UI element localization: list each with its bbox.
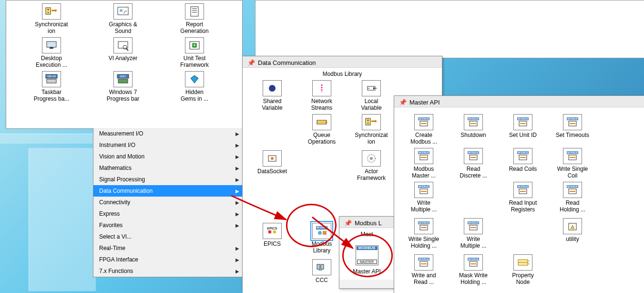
svg-rect-0: [46, 8, 51, 14]
palette-item[interactable]: MODBUSWrite Single Holding ...: [399, 218, 449, 251]
menu-item-vision-and-motion[interactable]: Vision and Motion▶: [93, 151, 243, 162]
palette-item[interactable]: Graphics & Sound: [87, 3, 159, 34]
palette-item[interactable]: Synchronizat ion: [347, 114, 396, 147]
palette-item[interactable]: +Unit Test Framework: [159, 37, 230, 68]
palette-item[interactable]: MODBUSRead Coils: [498, 148, 548, 179]
modbus-icon[interactable]: MODBUS: [464, 148, 483, 164]
menu-item-mathematics[interactable]: Mathematics▶: [93, 162, 243, 174]
svg-text:MODBUS: MODBUS: [567, 117, 578, 120]
palette-item[interactable]: Queue Operations: [297, 114, 347, 147]
menu-item-fpga-interface[interactable]: FPGA Interface▶: [93, 254, 243, 265]
palette-item[interactable]: MODBUSRead Discrete ...: [449, 148, 498, 179]
svg-text:MODBUS: MODBUS: [518, 117, 529, 120]
sync-icon[interactable]: [42, 3, 61, 20]
modbus-icon[interactable]: MODBUS: [513, 114, 532, 130]
menu-item-signal-processing[interactable]: Signal Processing▶: [93, 174, 243, 185]
palette-item[interactable]: EPICSEPICS: [247, 223, 297, 256]
epics-icon[interactable]: EPICS: [263, 223, 282, 239]
palette-item[interactable]: Report Generation: [159, 3, 230, 34]
report-icon[interactable]: [185, 3, 204, 20]
unittest-icon[interactable]: +: [185, 37, 204, 53]
modbus-icon[interactable]: MODBUS: [464, 114, 483, 130]
pin-icon[interactable]: 📌: [344, 220, 352, 227]
palette-item[interactable]: MODBUSShutdown: [449, 114, 498, 145]
palette-item[interactable]: Hidden Gems in ...: [159, 71, 230, 102]
utility-icon[interactable]: [563, 218, 582, 234]
queue-icon[interactable]: [312, 114, 331, 130]
propnode-icon[interactable]: [513, 254, 532, 271]
palette-item[interactable]: Synchronizat ion: [16, 3, 87, 34]
pin-icon[interactable]: 📌: [399, 99, 407, 106]
menu-item-measurement-i-o[interactable]: Measurement I/O▶: [93, 128, 243, 139]
datasocket-icon[interactable]: [263, 150, 282, 167]
menu-item-data-communication[interactable]: Data Communication▶: [93, 185, 243, 197]
palette-item[interactable]: Desktop Execution ...: [16, 37, 87, 68]
ccc-icon[interactable]: [312, 259, 331, 275]
modbus-icon[interactable]: MODBUS: [414, 114, 433, 130]
palette-item[interactable]: MODBUSWrite and Read ...: [399, 254, 449, 288]
palette-item[interactable]: MODBUSWrite Multiple ...: [399, 182, 449, 215]
palette-item[interactable]: Shared Variable: [247, 80, 297, 111]
svg-rect-19: [47, 79, 56, 83]
menu-item-favorites[interactable]: Favorites▶: [93, 220, 243, 231]
menu-item-real-time[interactable]: Real-Time▶: [93, 242, 243, 254]
modbus-icon[interactable]: MODBUS: [414, 182, 433, 198]
palette-item[interactable]: MODBUSRead Holding ...: [548, 182, 597, 215]
palette-item[interactable]: Actor Framework: [347, 150, 396, 184]
svg-point-4: [120, 9, 123, 12]
palette-item[interactable]: DataSocket: [247, 150, 297, 184]
palette-item[interactable]: MODBUSCreate Modbus ...: [399, 114, 449, 145]
palette-item[interactable]: TBP APITaskbar Progress ba...: [16, 71, 87, 102]
modbus-icon[interactable]: MODBUS: [464, 218, 483, 234]
popup-header: 📌 Modbus L: [339, 217, 394, 228]
palette-item[interactable]: Property Node: [498, 254, 548, 288]
menu-item-express[interactable]: Express▶: [93, 208, 243, 220]
master-api-icon[interactable]: MODBUS MASTER: [356, 245, 378, 265]
popup-subtitle: Mast: [344, 230, 389, 241]
modbus-icon[interactable]: MODBUS: [414, 254, 433, 271]
menu-item-7-x-functions[interactable]: 7.x Functions▶: [93, 265, 243, 277]
graphics-icon[interactable]: [113, 3, 133, 20]
palette-item[interactable]: MODBUSWrite Multiple ...: [449, 218, 498, 251]
menu-item-instrument-i-o[interactable]: Instrument I/O▶: [93, 139, 243, 151]
palette-item[interactable]: MODBUSModbus Master ...: [399, 148, 449, 179]
palette-item[interactable]: MODBUSWrite Single Coil: [548, 148, 597, 179]
palette-item[interactable]: utility: [548, 218, 597, 251]
palette-item[interactable]: MODBUSMask Write Holding ...: [449, 254, 498, 288]
actor-icon[interactable]: [362, 150, 381, 167]
palette-item[interactable]: MODBUSSet Timeouts: [548, 114, 597, 145]
menu-item-select-a-vi-[interactable]: Select a VI...: [93, 231, 243, 242]
modbus-icon[interactable]: MODBUS: [563, 114, 582, 130]
palette-item[interactable]: VI Analyzer: [87, 37, 159, 68]
palette-item-label: Local Variable: [347, 98, 396, 111]
svg-text:MODBUS: MODBUS: [567, 185, 578, 188]
modbus-icon[interactable]: MODBUS: [464, 254, 483, 271]
localvar-icon[interactable]: [362, 80, 381, 96]
modbus-icon[interactable]: MODBUS: [563, 182, 582, 198]
modbus-icon[interactable]: MODBUS: [563, 148, 582, 164]
sync-icon[interactable]: [362, 114, 381, 130]
taskbar-icon[interactable]: TBP API: [42, 71, 61, 87]
palette-item[interactable]: Network Streams: [297, 80, 347, 111]
modbus-icon[interactable]: MODBUS: [414, 148, 433, 164]
gem-icon[interactable]: [185, 71, 204, 87]
palette-item[interactable]: Local Variable: [347, 80, 396, 111]
modbus-icon[interactable]: MODBUS: [513, 182, 532, 198]
palette-item-label: Write Multiple ...: [399, 199, 449, 213]
desktop-icon[interactable]: [42, 37, 61, 53]
modbus-icon[interactable]: MODBUS: [513, 148, 532, 164]
palette-item-label: Read Discrete ...: [449, 166, 498, 179]
palette-item-label: Report Generation: [159, 21, 230, 34]
sharedvar-icon[interactable]: [263, 80, 282, 96]
pin-icon[interactable]: 📌: [247, 59, 255, 66]
netstream-icon[interactable]: [312, 80, 331, 96]
svg-rect-40: [323, 231, 327, 235]
analyzer-icon[interactable]: [113, 37, 133, 53]
palette-item[interactable]: WIN7Windows 7 Progress bar: [87, 71, 159, 102]
win7-icon[interactable]: WIN7: [113, 71, 133, 87]
menu-item-connectivity[interactable]: Connectivity▶: [93, 197, 243, 208]
palette-item[interactable]: MODBUSRead Input Registers: [498, 182, 548, 215]
palette-item[interactable]: MODBUSSet Unit ID: [498, 114, 548, 145]
modbus-icon[interactable]: MODBUS: [414, 218, 433, 234]
modbuslib-icon[interactable]: MODBUS: [312, 223, 331, 239]
